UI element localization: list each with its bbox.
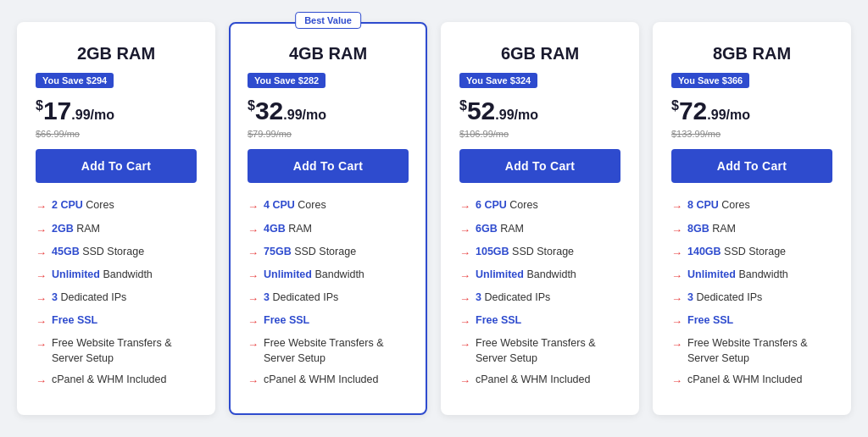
feature-text: 8GB RAM — [687, 222, 736, 237]
price-cents: .99/mo — [495, 108, 538, 122]
feature-text: Free Website Transfers & Server Setup — [52, 336, 197, 366]
feature-highlight: 6GB — [476, 223, 498, 235]
arrow-icon: → — [459, 291, 470, 307]
feature-item: → Free SSL — [248, 313, 409, 329]
plan-title: 2GB RAM — [36, 44, 197, 64]
feature-text: cPanel & WHM Included — [687, 373, 802, 388]
feature-item: → Unlimited Bandwidth — [459, 268, 620, 284]
price-original: $66.99/mo — [36, 129, 197, 139]
price-cents: .99/mo — [283, 108, 326, 122]
feature-item: → Free SSL — [459, 313, 620, 329]
price-main: $72.99/mo — [671, 97, 750, 124]
feature-text: 75GB SSD Storage — [264, 245, 356, 260]
feature-highlight: 105GB — [476, 246, 509, 257]
plan-card-plan-6gb: 6GB RAM You Save $324 $52.99/mo $106.99/… — [441, 22, 639, 414]
feature-item: → 3 Dedicated IPs — [671, 290, 832, 307]
feature-item: → 45GB SSD Storage — [36, 245, 197, 261]
features-list: → 2 CPU Cores → 2GB RAM → 45GB SSD Stora… — [36, 198, 197, 389]
price-section: $32.99/mo — [248, 97, 409, 125]
feature-item: → cPanel & WHM Included — [36, 373, 197, 389]
add-to-cart-button[interactable]: Add To Cart — [248, 149, 409, 183]
feature-item: → Free Website Transfers & Server Setup — [248, 336, 409, 366]
plan-card-plan-4gb: Best Value 4GB RAM You Save $282 $32.99/… — [229, 22, 427, 414]
add-to-cart-button[interactable]: Add To Cart — [671, 149, 832, 183]
feature-text: 3 Dedicated IPs — [264, 290, 338, 306]
arrow-icon: → — [671, 268, 682, 284]
feature-highlight: Unlimited — [687, 268, 736, 280]
arrow-icon: → — [671, 199, 682, 214]
feature-text: 45GB SSD Storage — [52, 245, 144, 260]
features-list: → 6 CPU Cores → 6GB RAM → 105GB SSD Stor… — [459, 198, 620, 389]
arrow-icon: → — [36, 291, 47, 307]
feature-item: → Free SSL — [671, 313, 832, 329]
features-list: → 4 CPU Cores → 4GB RAM → 75GB SSD Stora… — [248, 198, 409, 389]
arrow-icon: → — [36, 373, 47, 389]
price-original: $79.99/mo — [248, 129, 409, 139]
arrow-icon: → — [248, 314, 259, 329]
add-to-cart-button[interactable]: Add To Cart — [36, 149, 197, 183]
feature-highlight: 2 CPU — [52, 199, 83, 211]
arrow-icon: → — [671, 337, 682, 352]
arrow-icon: → — [671, 246, 682, 261]
feature-text: 6GB RAM — [476, 222, 524, 237]
feature-text: Unlimited Bandwidth — [264, 268, 364, 283]
feature-highlight: Free SSL — [687, 314, 733, 326]
feature-highlight: Unlimited — [476, 268, 524, 280]
price-section: $72.99/mo — [671, 97, 832, 125]
price-cents: .99/mo — [707, 108, 750, 122]
arrow-icon: → — [671, 291, 682, 307]
feature-text: 2GB RAM — [52, 222, 100, 237]
feature-highlight: 4GB — [264, 223, 286, 235]
feature-item: → 2 CPU Cores — [36, 198, 197, 214]
features-list: → 8 CPU Cores → 8GB RAM → 140GB SSD Stor… — [671, 198, 832, 389]
price-main: $52.99/mo — [459, 97, 538, 124]
price-dollar: $ — [671, 98, 679, 113]
feature-item: → 3 Dedicated IPs — [36, 290, 197, 307]
feature-highlight: Free SSL — [264, 314, 309, 326]
feature-text: Free SSL — [264, 313, 309, 329]
feature-text: 3 Dedicated IPs — [52, 290, 126, 306]
feature-item: → 3 Dedicated IPs — [248, 290, 409, 307]
feature-item: → 2GB RAM — [36, 222, 197, 238]
feature-text: Unlimited Bandwidth — [687, 268, 788, 283]
feature-text: cPanel & WHM Included — [264, 373, 378, 388]
feature-text: cPanel & WHM Included — [476, 373, 590, 388]
price-cents: .99/mo — [71, 108, 114, 122]
feature-text: 4 CPU Cores — [264, 198, 326, 213]
feature-text: Free SSL — [52, 313, 97, 329]
feature-text: Free SSL — [687, 313, 733, 329]
feature-text: Unlimited Bandwidth — [476, 268, 576, 283]
arrow-icon: → — [36, 223, 47, 238]
feature-highlight: 45GB — [52, 246, 80, 257]
add-to-cart-button[interactable]: Add To Cart — [459, 149, 620, 183]
arrow-icon: → — [459, 199, 470, 214]
arrow-icon: → — [36, 337, 47, 352]
savings-badge: You Save $366 — [671, 73, 749, 88]
feature-highlight: 6 CPU — [476, 199, 507, 211]
plans-container: 2GB RAM You Save $294 $17.99/mo $66.99/m… — [17, 22, 851, 414]
arrow-icon: → — [248, 199, 259, 214]
arrow-icon: → — [248, 373, 259, 389]
plan-title: 8GB RAM — [671, 44, 832, 64]
arrow-icon: → — [36, 246, 47, 261]
plan-card-plan-2gb: 2GB RAM You Save $294 $17.99/mo $66.99/m… — [17, 22, 215, 414]
feature-item: → cPanel & WHM Included — [459, 373, 620, 389]
feature-item: → cPanel & WHM Included — [248, 373, 409, 389]
arrow-icon: → — [36, 199, 47, 214]
feature-item: → 3 Dedicated IPs — [459, 290, 620, 307]
feature-item: → cPanel & WHM Included — [671, 373, 832, 389]
price-main: $32.99/mo — [248, 97, 326, 124]
price-original: $106.99/mo — [459, 129, 620, 139]
feature-item: → 4GB RAM — [248, 222, 409, 238]
arrow-icon: → — [248, 268, 259, 284]
best-value-badge: Best Value — [295, 12, 361, 29]
price-main: $17.99/mo — [36, 97, 114, 124]
feature-item: → 6 CPU Cores — [459, 198, 620, 214]
feature-highlight: 4 CPU — [264, 199, 295, 211]
feature-highlight: 140GB — [687, 246, 721, 257]
feature-text: cPanel & WHM Included — [52, 373, 166, 388]
plan-card-plan-8gb: 8GB RAM You Save $366 $72.99/mo $133.99/… — [653, 22, 851, 414]
arrow-icon: → — [671, 223, 682, 238]
arrow-icon: → — [36, 314, 47, 329]
feature-item: → 75GB SSD Storage — [248, 245, 409, 261]
